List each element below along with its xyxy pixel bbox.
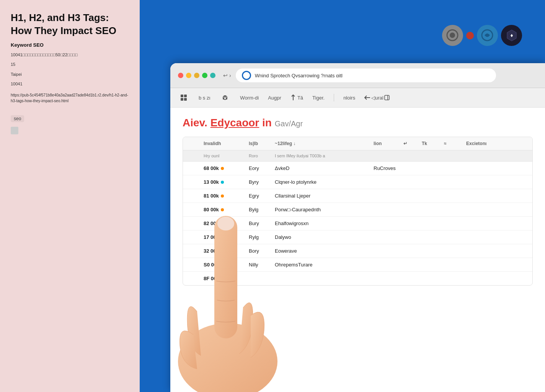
cell-5-3: Ehalfowigrosxn xyxy=(275,220,370,226)
vol-7: 32 00k xyxy=(204,248,246,254)
maximize-button[interactable] xyxy=(202,73,207,78)
table-row[interactable]: 80 00k Bylg Ponw□-Caurapednth xyxy=(183,203,532,217)
content-title-plain: Aiev. xyxy=(183,117,207,129)
col-header-6: Tk xyxy=(422,141,441,146)
sidebar-tag[interactable]: seo xyxy=(11,115,24,122)
cell-6-2: Rylg xyxy=(249,234,272,240)
address-text: Wnind Sprotech Qvsarrowing ?rnats αitl xyxy=(255,73,343,78)
tab-tiger[interactable]: Tiger. xyxy=(312,93,325,102)
cell-2-3: Clqner-lo ptolynrke xyxy=(275,179,370,185)
data-table: Invalidh ls|lb ~12lifeg ↓ lion ↵ Tk ≈ Ex… xyxy=(183,137,533,286)
table-row[interactable]: 81 00k Egry Cllarsinal Ljeper xyxy=(183,189,532,203)
cell-8-3: OhrepemsTurare xyxy=(275,262,370,268)
svg-rect-7 xyxy=(181,98,183,101)
back-icon[interactable]: ↩ xyxy=(223,72,228,78)
cell-7-3: Eowerave xyxy=(275,248,370,254)
sidebar-meta4: 10041 xyxy=(11,81,129,88)
browser-chrome: ↩ › Wnind Sprotech Qvsarrowing ?rnats αi… xyxy=(170,63,545,88)
table-header: Invalidh ls|lb ~12lifeg ↓ lion ↵ Tk ≈ Ex… xyxy=(183,137,532,150)
cell-4-3: Ponw□-Caurapednth xyxy=(275,207,370,212)
traffic-light-5 xyxy=(210,73,215,78)
minimize-button[interactable] xyxy=(186,73,191,78)
browser-content: Aiev. Edycaoor in Gav/Agr Invalidh ls|lb… xyxy=(170,108,545,392)
cell-1-3: ΔvkeD xyxy=(275,165,370,171)
vol-5: 82 00k xyxy=(204,220,246,226)
table-row[interactable]: 68 00k Eory ΔvkeD RuCroves xyxy=(183,162,532,175)
logo-4-icon: ♦ xyxy=(501,25,522,46)
browser-window: ↩ › Wnind Sprotech Qvsarrowing ?rnats αi… xyxy=(170,63,545,392)
content-title-sub: Gav/Agr xyxy=(275,119,303,128)
sidebar-title: H1, H2, and H3 Tags: How They Impact SEO xyxy=(11,11,129,38)
cell-4-2: Bylg xyxy=(249,207,272,212)
browser-logo-icon xyxy=(242,71,251,80)
content-heading: Aiev. Edycaoor in Gav/Agr xyxy=(183,117,533,129)
cell-1-2: Eory xyxy=(249,165,272,171)
address-bar[interactable]: Wnind Sprotech Qvsarrowing ?rnats αitl xyxy=(236,69,496,82)
subheader-2: Roro xyxy=(249,154,272,158)
table-row[interactable]: 82 00k Bury Ehalfowigrosxn xyxy=(183,217,532,230)
cell-6-3: Dalywo xyxy=(275,234,370,240)
share-icon[interactable] xyxy=(219,92,231,103)
tab-ural[interactable]: ◁ural xyxy=(371,95,383,101)
table-row[interactable]: 13 00k Byry Clqner-lo ptolynrke xyxy=(183,175,532,189)
vol-6: 17 004 xyxy=(204,234,246,240)
subheader-3: I sem IMey iludyai T003b a xyxy=(275,154,370,158)
tab-bszl[interactable]: b s zι xyxy=(199,93,210,102)
cell-3-2: Egry xyxy=(249,193,272,199)
table-row[interactable]: 17 004 Rylg Dalywo xyxy=(183,230,532,244)
table-row[interactable]: S0 00k Nilly OhrepemsTurare xyxy=(183,258,532,272)
cell-1-4: RuCroves xyxy=(374,165,400,171)
col-header-5: ↵ xyxy=(403,141,419,146)
content-title-highlight: Edycaoor xyxy=(210,117,259,129)
tab-augpr[interactable]: Augpr xyxy=(268,93,281,102)
svg-rect-5 xyxy=(181,95,183,97)
fork-icon-group: Tā xyxy=(290,94,303,101)
browser-nav: b s zι Worm-di Augpr Tā xyxy=(170,88,545,108)
vol-3: 81 00k xyxy=(204,193,246,199)
table-row[interactable]: 8F 00k xyxy=(183,272,532,285)
cell-5-2: Bury xyxy=(249,220,272,226)
col-header-0 xyxy=(189,141,201,146)
forward-icon[interactable]: › xyxy=(229,72,231,78)
grid-icon[interactable] xyxy=(178,92,189,103)
table-row[interactable]: 32 00k Bory Eowerave xyxy=(183,244,532,258)
cell-8-2: Nilly xyxy=(249,262,272,268)
fork-icon xyxy=(290,94,296,101)
logo-group: ♦ xyxy=(442,25,522,46)
logo-2-icon xyxy=(466,32,474,39)
col-header-1: Invalidh xyxy=(204,141,246,146)
sidebar-link[interactable]: https://pub-5c454f571b8e40a3a2aad27ade84… xyxy=(11,92,129,104)
back-arrow-group: ◁ural xyxy=(364,95,390,101)
sidebar-subtitle: Keyword SEO xyxy=(11,42,129,48)
cell-3-3: Cllarsinal Ljeper xyxy=(275,193,370,199)
col-header-7: ≈ xyxy=(444,141,463,146)
svg-rect-8 xyxy=(184,98,187,101)
svg-text:♦: ♦ xyxy=(510,32,513,38)
main-area: ♦ ↩ › Wnind Sprotech Qvsarrowing ?rnats xyxy=(140,0,545,392)
panel-icon xyxy=(384,95,390,100)
traffic-light-3 xyxy=(194,73,199,78)
vol-8: S0 00k xyxy=(204,262,246,268)
vol-2: 13 00k xyxy=(204,179,246,185)
cell-2-2: Byry xyxy=(249,179,272,185)
sidebar-meta1: 10041□□□□□□□□□□□□□50□22□□□□ xyxy=(11,52,129,59)
vol-1: 68 00k xyxy=(204,165,246,171)
sidebar: H1, H2, and H3 Tags: How They Impact SEO… xyxy=(0,0,140,392)
svg-point-1 xyxy=(450,33,455,38)
tab-worm[interactable]: Worm-di xyxy=(240,93,259,102)
content-title-suffix: in xyxy=(262,117,272,129)
col-header-4: lion xyxy=(374,141,400,146)
tab-nloirs[interactable]: nloirs xyxy=(343,93,355,102)
nav-arrows[interactable]: ↩ › xyxy=(223,72,231,78)
col-header-3: ~12lifeg ↓ xyxy=(275,141,370,146)
sidebar-meta2: 15 xyxy=(11,61,129,68)
table-subheader: Hry ounΙ Roro I sem IMey iludyai T003b a xyxy=(183,150,532,162)
cell-7-2: Bory xyxy=(249,248,272,254)
col-header-8: Excietonι xyxy=(466,141,512,146)
copy-icon[interactable] xyxy=(11,127,18,134)
vol-4: 80 00k xyxy=(204,207,246,212)
logo-3-icon xyxy=(477,25,498,46)
close-button[interactable] xyxy=(178,73,183,78)
top-bar: ♦ xyxy=(140,0,545,71)
tab-ta[interactable]: Tā xyxy=(297,95,303,101)
